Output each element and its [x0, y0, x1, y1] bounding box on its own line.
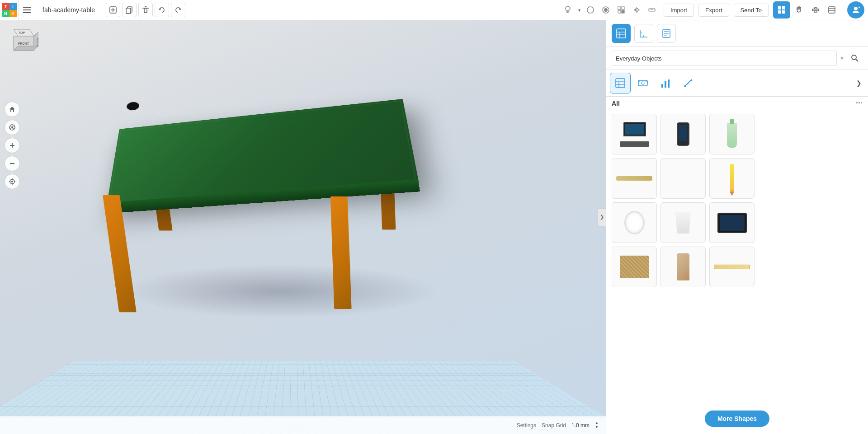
settings-label[interactable]: Settings	[517, 422, 536, 429]
shape-stick[interactable]	[612, 158, 657, 199]
circle-outline-icon[interactable]	[583, 3, 598, 17]
category-select[interactable]: Everyday Objects Basic Shapes Featured	[612, 51, 837, 66]
snap-up-arrow[interactable]: ▲	[595, 421, 599, 425]
shape-laptop[interactable]	[612, 114, 657, 154]
fit-view-button[interactable]	[5, 174, 20, 189]
bulb-dropdown[interactable]: ▾	[576, 3, 582, 17]
shape-toilet-roll[interactable]	[612, 202, 657, 243]
svg-point-17	[587, 7, 594, 13]
shape-pencil-vertical[interactable]	[709, 158, 755, 199]
shapes-row-1	[612, 114, 863, 154]
mat-icon	[620, 256, 649, 278]
logo-k: K	[9, 10, 17, 17]
toilet-roll-icon	[624, 211, 645, 234]
mirror-icon[interactable]	[629, 3, 644, 17]
snap-arrows[interactable]: ▲ ▼	[595, 421, 599, 429]
svg-rect-0	[23, 7, 31, 8]
copy-button[interactable]	[122, 3, 137, 17]
bulb-icon[interactable]	[561, 3, 575, 17]
svg-rect-37	[814, 8, 817, 9]
viewport[interactable]: TOP FRONT RIGHT	[0, 20, 606, 434]
grid-view-button[interactable]	[773, 1, 790, 19]
svg-point-13	[566, 6, 570, 11]
pencil-vertical-icon	[730, 164, 734, 193]
svg-rect-20	[618, 7, 621, 9]
logo-n: N	[2, 10, 9, 17]
shape-phone[interactable]	[660, 114, 706, 154]
shape-tablet[interactable]	[709, 202, 755, 243]
svg-text:FRONT: FRONT	[18, 42, 29, 45]
measure-tab[interactable]	[634, 24, 653, 43]
svg-rect-83	[638, 80, 647, 86]
shape-ruler[interactable]	[709, 247, 755, 287]
shapes-row-4	[612, 247, 863, 287]
svg-rect-1	[23, 9, 31, 10]
laptop-screen	[623, 122, 646, 136]
export-button[interactable]: Export	[698, 4, 729, 17]
table-scene	[68, 75, 475, 336]
orbit-button[interactable]	[5, 120, 20, 135]
search-row: Everyday Objects Basic Shapes Featured ▼	[606, 47, 868, 70]
svg-point-19	[604, 8, 608, 12]
table-hole	[127, 102, 139, 111]
shape-mat[interactable]	[612, 247, 657, 287]
svg-text:TOP: TOP	[19, 31, 25, 34]
shapes-row-2	[612, 158, 863, 199]
home-button[interactable]	[5, 102, 20, 117]
zoom-out-button[interactable]	[5, 156, 20, 171]
tube-icon	[677, 253, 689, 280]
right-panel: Everyday Objects Basic Shapes Featured ▼…	[606, 20, 868, 434]
svg-point-91	[684, 85, 686, 87]
table-shadow	[122, 264, 439, 318]
shape-cat-featured[interactable]	[610, 73, 631, 93]
svg-point-42	[854, 7, 858, 10]
notes-tab[interactable]	[657, 24, 676, 43]
shape-bottle[interactable]	[709, 114, 755, 154]
send-to-button[interactable]: Send To	[734, 4, 769, 17]
view-cube[interactable]: TOP FRONT RIGHT	[5, 25, 38, 59]
redo-button[interactable]	[171, 3, 185, 17]
ruler-icon[interactable]	[645, 3, 659, 17]
shape-cat-arrow[interactable]: ❯	[854, 78, 864, 89]
shape-cat-bars[interactable]	[655, 73, 676, 93]
shape-cat-money[interactable]	[632, 73, 653, 93]
logo: T I N K	[0, 0, 19, 20]
circle-filled-icon[interactable]	[599, 3, 613, 17]
panel-toggle[interactable]: ❯	[598, 208, 606, 226]
panel-top-tabs	[606, 20, 868, 47]
grid-snap-icon[interactable]	[614, 3, 628, 17]
hand-icon[interactable]	[792, 3, 807, 17]
svg-rect-79	[616, 79, 625, 88]
import-button[interactable]: Import	[664, 4, 694, 17]
svg-text:RIGHT: RIGHT	[36, 38, 38, 47]
undo-button[interactable]	[155, 3, 169, 17]
user-button[interactable]	[847, 1, 864, 19]
project-name[interactable]: fab-academy-table	[35, 6, 102, 14]
all-label: All	[612, 100, 856, 107]
search-button[interactable]	[847, 51, 863, 66]
svg-rect-33	[782, 6, 785, 9]
svg-rect-9	[144, 8, 147, 13]
hamburger-menu[interactable]	[19, 0, 35, 20]
table-3d[interactable]	[68, 75, 475, 336]
shape-cat-pen[interactable]	[678, 73, 698, 93]
svg-rect-34	[778, 10, 781, 14]
delete-button[interactable]	[138, 3, 153, 17]
more-shapes-button[interactable]: More Shapes	[705, 411, 769, 427]
shape-empty-2[interactable]	[660, 158, 706, 199]
zoom-in-button[interactable]	[5, 138, 20, 153]
new-button[interactable]	[106, 3, 120, 17]
all-more-button[interactable]: ···	[856, 98, 863, 108]
shape-tube[interactable]	[660, 247, 706, 287]
shapes-row-3	[612, 202, 863, 243]
shapes-tab[interactable]	[612, 24, 631, 43]
bottom-bar: Settings Snap Grid 1.0 mm ▲ ▼	[0, 416, 606, 434]
layers-icon[interactable]	[825, 3, 839, 17]
laptop-base	[620, 141, 649, 147]
svg-point-84	[642, 82, 644, 84]
shape-cup[interactable]	[660, 202, 706, 243]
tools-icon[interactable]	[808, 3, 823, 17]
svg-rect-39	[829, 7, 835, 13]
svg-rect-87	[661, 84, 663, 88]
snap-down-arrow[interactable]: ▼	[595, 425, 599, 429]
